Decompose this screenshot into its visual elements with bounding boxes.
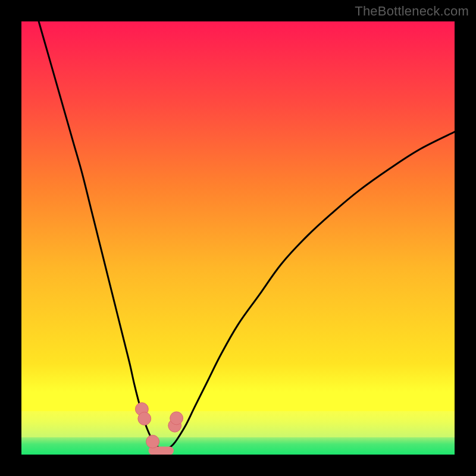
bottleneck-curve	[21, 21, 455, 455]
data-marker	[146, 435, 159, 448]
data-marker	[170, 412, 183, 425]
curve-right-branch	[164, 132, 455, 450]
chart-frame: TheBottleneck.com	[0, 0, 476, 476]
curve-left-branch	[39, 21, 160, 449]
plot-area	[21, 21, 455, 455]
data-marker	[138, 412, 151, 425]
watermark-text: TheBottleneck.com	[355, 4, 469, 19]
